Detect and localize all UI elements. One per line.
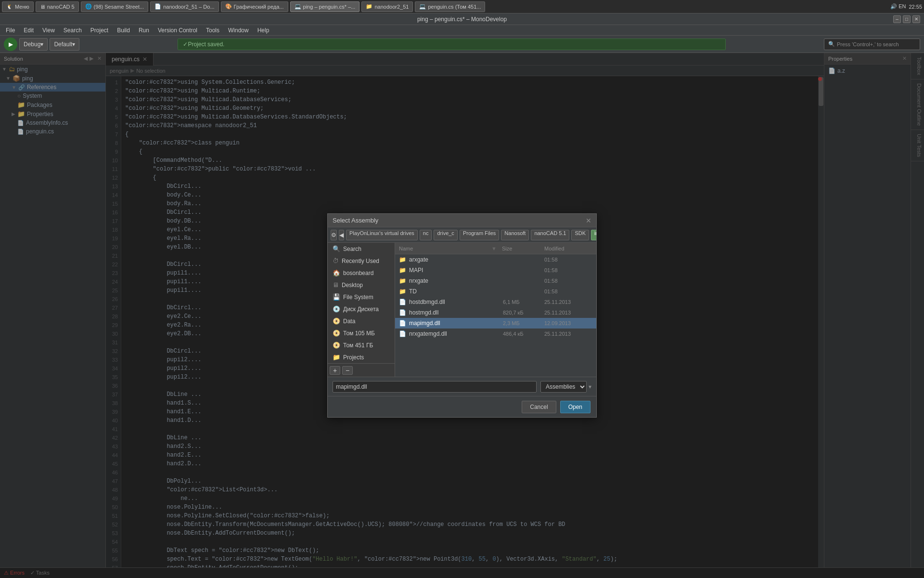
menu-versioncontrol[interactable]: Version Control: [154, 26, 201, 35]
path-btn-6[interactable]: SDK: [571, 230, 589, 240]
dialog-close-button[interactable]: ✕: [586, 217, 591, 224]
menu-build[interactable]: Build: [113, 26, 134, 35]
filename-field[interactable]: mapimgd.dll: [333, 381, 537, 393]
file-name: TD: [409, 288, 500, 295]
path-btn-4[interactable]: Nanosoft: [501, 230, 529, 240]
diskette-place-icon: 💿: [333, 305, 340, 313]
menu-project[interactable]: Project: [87, 26, 112, 35]
menu-run[interactable]: Run: [135, 26, 153, 35]
menu-search[interactable]: Search: [60, 26, 86, 35]
global-search[interactable]: 🔍 Press 'Control+,' to search: [824, 39, 920, 50]
taskbar-item-2[interactable]: 📄 nanodoor2_51 – Do...: [150, 1, 218, 12]
menu-tools[interactable]: Tools: [202, 26, 223, 35]
notification-bar: ✓ Project saved.: [178, 39, 726, 50]
menu-edit[interactable]: Edit: [20, 26, 38, 35]
files-header: Name ▼ Size Modified: [395, 243, 596, 254]
sort-icon: ▼: [491, 246, 498, 251]
path-btn-0[interactable]: PlayOnLinux's virtual drives: [346, 230, 418, 240]
place-bosonbeard[interactable]: 🏠 bosonbeard: [328, 267, 395, 279]
path-nav-icon: ⚙: [331, 230, 337, 240]
menu-view[interactable]: View: [38, 26, 59, 35]
menu-window[interactable]: Window: [224, 26, 253, 35]
path-btn-3[interactable]: Program Files: [460, 230, 499, 240]
file-row[interactable]: 📁MAPI01:58: [395, 265, 596, 276]
path-btn-include[interactable]: include: [591, 230, 596, 240]
col-size[interactable]: Size: [502, 246, 540, 251]
clock: 22:55: [909, 4, 922, 10]
col-modified[interactable]: Modified: [544, 246, 592, 251]
place-projects-label: Projects: [343, 354, 364, 361]
file-row[interactable]: 📄hostdbmgd.dll6,1 МБ25.11.2013: [395, 297, 596, 307]
select-assembly-dialog: Select Assembly ✕ ⚙ ◀ PlayOnLinux's virt…: [327, 213, 597, 418]
place-desktop-label: Desktop: [342, 282, 363, 289]
places-panel: 🔍 Search ⏱ Recently Used 🏠 bosonbeard 🖥 …: [328, 243, 395, 377]
place-diskette[interactable]: 💿 Диск Дискета: [328, 303, 395, 315]
place-tom105-label: Том 105 МБ: [343, 330, 375, 337]
file-icon: 📄: [399, 309, 406, 316]
place-data[interactable]: 📀 Data: [328, 315, 395, 327]
file-row[interactable]: 📄hostmgd.dll820,7 кБ25.11.2013: [395, 307, 596, 318]
place-projects[interactable]: 📁 Projects: [328, 351, 395, 363]
cancel-button[interactable]: Cancel: [522, 401, 556, 413]
taskbar-item-5[interactable]: 📁 nanodoor2_51: [361, 1, 413, 12]
menu-file[interactable]: File: [2, 26, 19, 35]
place-tom105[interactable]: 📀 Том 105 МБ: [328, 327, 395, 339]
app-icon-0: 🖥: [40, 4, 45, 10]
dialog-buttons: Cancel Open: [328, 396, 596, 417]
taskbar-item-6[interactable]: 💻 penguin.cs (Том 451...: [415, 1, 485, 12]
file-browser: 🔍 Search ⏱ Recently Used 🏠 bosonbeard 🖥 …: [328, 243, 596, 377]
open-button[interactable]: Open: [560, 401, 590, 413]
path-btn-5[interactable]: nanoCAD 5.1: [531, 230, 569, 240]
file-name: mapimgd.dll: [409, 320, 500, 327]
app-icon-1: 🌐: [85, 3, 92, 10]
file-icon: 📄: [399, 299, 406, 305]
taskbar-item-1[interactable]: 🌐 (98) Sesame Street...: [81, 1, 149, 12]
file-size: 486,4 кБ: [503, 331, 541, 337]
taskbar-item-0[interactable]: 🖥 nanoCAD 5: [36, 1, 79, 12]
taskbar-item-4[interactable]: 💻 ping – penguin.cs* –...: [290, 1, 360, 12]
tom451-place-icon: 📀: [333, 342, 340, 349]
place-bosonbeard-label: bosonbeard: [343, 270, 373, 276]
file-size: 6,1 МБ: [503, 299, 541, 305]
file-row[interactable]: 📄mapimgd.dll2,3 МБ12.09.2013: [395, 318, 596, 328]
config-dropdown[interactable]: Debug ▾: [19, 38, 48, 51]
maximize-button[interactable]: □: [903, 15, 911, 23]
file-row[interactable]: 📁arxgate01:58: [395, 254, 596, 265]
place-tom451[interactable]: 📀 Том 451 ГБ: [328, 339, 395, 351]
add-place-button[interactable]: +: [330, 366, 340, 375]
place-search[interactable]: 🔍 Search: [328, 243, 395, 255]
file-type-filter[interactable]: Assemblies: [540, 381, 587, 393]
file-name: nrxgatemgd.dll: [409, 330, 500, 337]
start-icon: 🐧: [6, 3, 13, 10]
place-desktop[interactable]: 🖥 Desktop: [328, 279, 395, 291]
file-row[interactable]: 📁nrxgate01:58: [395, 276, 596, 286]
taskbar-item-3[interactable]: 🎨 Графический реда...: [221, 1, 288, 12]
minimize-button[interactable]: –: [893, 15, 901, 23]
file-row[interactable]: 📄nrxgatemgd.dll486,4 кБ25.11.2013: [395, 328, 596, 339]
file-row[interactable]: 📁TD01:58: [395, 286, 596, 297]
projects-place-icon: 📁: [333, 354, 340, 361]
add-remove-bar: + −: [328, 363, 395, 377]
start-menu[interactable]: 🐧 Меню: [2, 1, 34, 12]
menu-help[interactable]: Help: [254, 26, 273, 35]
place-filesystem[interactable]: 💾 File System: [328, 291, 395, 303]
path-btn-2[interactable]: drive_c: [434, 230, 457, 240]
path-back-button[interactable]: ◀: [339, 230, 344, 240]
file-size: 2,3 МБ: [503, 320, 541, 326]
place-diskette-label: Диск Дискета: [343, 306, 379, 313]
recent-place-icon: ⏱: [333, 257, 339, 264]
remove-place-button[interactable]: −: [342, 366, 353, 375]
col-name[interactable]: Name: [399, 246, 488, 251]
folder-icon: 📁: [399, 288, 406, 295]
file-date: 01:58: [544, 278, 592, 284]
run-button[interactable]: ▶: [4, 38, 17, 51]
app-icon-4: 💻: [295, 3, 301, 10]
data-place-icon: 📀: [333, 317, 340, 325]
place-recently-used[interactable]: ⏱ Recently Used: [328, 255, 395, 267]
path-btn-1[interactable]: nc: [420, 230, 432, 240]
files-panel: Name ▼ Size Modified 📁arxgate01:58📁MAPI0…: [395, 243, 596, 377]
target-dropdown[interactable]: Default ▾: [50, 38, 79, 51]
app-icon-5: 📁: [366, 3, 372, 10]
files-list: 📁arxgate01:58📁MAPI01:58📁nrxgate01:58📁TD0…: [395, 254, 596, 377]
close-button[interactable]: ✕: [912, 15, 920, 23]
